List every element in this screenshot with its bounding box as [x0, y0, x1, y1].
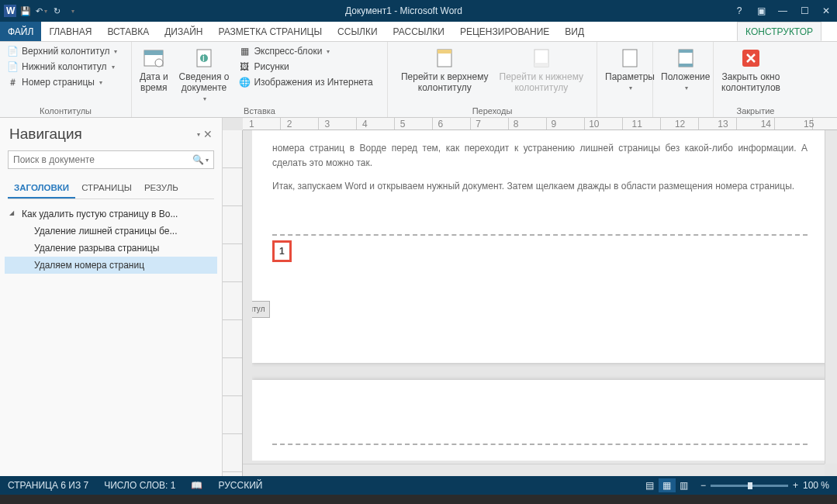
page-number-field[interactable]: 1 — [272, 240, 292, 263]
search-icon[interactable]: 🔍 — [192, 154, 204, 165]
svg-rect-11 — [534, 63, 548, 67]
goto-header-button[interactable]: Перейти к верхнему колонтитулу — [398, 44, 492, 95]
vertical-scrollbar[interactable] — [825, 130, 837, 464]
tab-mailings[interactable]: РАССЫЛКИ — [386, 22, 452, 41]
svg-point-4 — [155, 59, 163, 67]
footer-zone[interactable]: 1 — [272, 234, 808, 287]
position-button[interactable]: Положение▾ — [658, 44, 713, 93]
search-input[interactable] — [13, 154, 192, 165]
document-page[interactable]: номера страниц в Ворде перед тем, как пе… — [252, 130, 828, 363]
maximize-icon[interactable]: ☐ — [794, 2, 815, 19]
ribbon-options-icon[interactable]: ▣ — [750, 2, 772, 19]
group-insert-label: Вставка — [137, 105, 382, 117]
tab-view[interactable]: ВИД — [557, 22, 592, 41]
ribbon: 📄Верхний колонтитул▾ 📄Нижний колонтитул▾… — [0, 42, 837, 118]
tab-references[interactable]: ССЫЛКИ — [330, 22, 385, 41]
pictures-button[interactable]: 🖼Рисунки — [237, 60, 374, 74]
online-pictures-button[interactable]: 🌐Изображения из Интернета — [237, 75, 374, 89]
document-area: 1234567891011121314151617 номера страниц… — [223, 118, 837, 476]
ribbon-tabs: ФАЙЛ ГЛАВНАЯ ВСТАВКА ДИЗАЙН РАЗМЕТКА СТР… — [0, 22, 837, 42]
word-icon: W — [3, 4, 17, 18]
zoom-in-icon[interactable]: + — [793, 480, 798, 491]
svg-rect-15 — [679, 64, 693, 67]
save-icon[interactable]: 💾 — [19, 4, 33, 18]
tab-review[interactable]: РЕЦЕНЗИРОВАНИЕ — [452, 22, 557, 41]
close-window-icon[interactable]: ✕ — [815, 2, 837, 19]
title-bar: W 💾 ↶▾ ↻ ▾ Документ1 - Microsoft Word ? … — [0, 0, 837, 22]
doc-info-button[interactable]: iСведения о документе▾ — [176, 44, 233, 104]
header-zone[interactable] — [272, 391, 808, 445]
document-page[interactable] — [252, 380, 828, 461]
status-words[interactable]: ЧИСЛО СЛОВ: 1 — [96, 480, 183, 491]
nav-dropdown-icon[interactable]: ▾ — [197, 131, 200, 138]
tab-home[interactable]: ГЛАВНАЯ — [41, 22, 99, 41]
zoom-slider[interactable] — [711, 485, 788, 487]
navigation-pane: Навигация ▾ ✕ 🔍▾ ЗАГОЛОВКИ СТРАНИЦЫ РЕЗУ… — [0, 118, 223, 476]
tab-file[interactable]: ФАЙЛ — [0, 22, 41, 41]
horizontal-scrollbar[interactable] — [243, 464, 825, 476]
navtab-results[interactable]: РЕЗУЛЬ — [138, 178, 185, 198]
group-close-label: Закрытие — [718, 105, 793, 117]
zoom-out-icon[interactable]: − — [700, 480, 706, 491]
svg-rect-9 — [438, 50, 451, 54]
params-button[interactable]: Параметры▾ — [602, 44, 658, 93]
nav-title: Навигация — [9, 126, 82, 143]
status-language[interactable]: РУССКИЙ — [210, 480, 270, 491]
group-headers-label: Колонтитулы — [5, 105, 126, 117]
status-page[interactable]: СТРАНИЦА 6 ИЗ 7 — [0, 480, 96, 491]
vertical-ruler[interactable] — [223, 130, 243, 476]
quick-parts-button[interactable]: ▦Экспресс-блоки▾ — [237, 44, 374, 58]
help-icon[interactable]: ? — [728, 2, 750, 19]
tab-insert[interactable]: ВСТАВКА — [99, 22, 157, 41]
minimize-icon[interactable]: — — [772, 2, 794, 19]
tab-design[interactable]: ДИЗАЙН — [157, 22, 210, 41]
tab-layout[interactable]: РАЗМЕТКА СТРАНИЦЫ — [211, 22, 330, 41]
page-number-button[interactable]: #️Номер страницы▾ — [5, 75, 119, 89]
tree-item[interactable]: Удаление разрыва страницы — [5, 240, 217, 257]
qat-more-icon[interactable]: ▾ — [65, 4, 79, 18]
status-bar: СТРАНИЦА 6 ИЗ 7 ЧИСЛО СЛОВ: 1 📖 РУССКИЙ … — [0, 476, 837, 495]
view-print-icon[interactable]: ▦ — [659, 478, 676, 492]
horizontal-ruler[interactable]: 1234567891011121314151617 — [243, 118, 837, 130]
close-header-footer-button[interactable]: Закрыть окно колонтитулов — [718, 44, 783, 95]
footer-tag[interactable]: титул — [252, 301, 270, 318]
body-text: номера страниц в Ворде перед тем, как пе… — [272, 141, 808, 170]
svg-rect-14 — [679, 50, 693, 53]
header-button[interactable]: 📄Верхний колонтитул▾ — [5, 44, 119, 58]
view-read-icon[interactable]: ▤ — [642, 478, 659, 492]
undo-icon[interactable]: ↶▾ — [34, 4, 48, 18]
view-web-icon[interactable]: ▥ — [676, 478, 693, 492]
body-text: Итак, запускаем Word и открываем нужный … — [272, 179, 808, 194]
redo-icon[interactable]: ↻ — [50, 4, 64, 18]
footer-button[interactable]: 📄Нижний колонтитул▾ — [5, 60, 119, 74]
tree-item[interactable]: Удаление лишней страницы бе... — [5, 223, 217, 240]
svg-rect-12 — [623, 50, 637, 67]
svg-text:W: W — [6, 5, 16, 16]
tree-item[interactable]: Удаляем номера страниц — [5, 257, 217, 274]
tab-designer[interactable]: КОНСТРУКТОР — [737, 22, 821, 41]
tree-item[interactable]: Как удалить пустую страницу в Во... — [5, 205, 217, 223]
status-proofing-icon[interactable]: 📖 — [183, 480, 210, 491]
navtab-headings[interactable]: ЗАГОЛОВКИ — [8, 178, 75, 198]
nav-search[interactable]: 🔍▾ — [8, 150, 214, 169]
date-time-button[interactable]: Дата и время — [137, 44, 171, 95]
svg-rect-3 — [144, 50, 163, 55]
nav-close-icon[interactable]: ✕ — [203, 128, 213, 140]
goto-footer-button: Перейти к нижнему колонтитулу — [496, 44, 587, 95]
zoom-value[interactable]: 100 % — [803, 480, 829, 491]
svg-text:i: i — [202, 53, 205, 64]
navtab-pages[interactable]: СТРАНИЦЫ — [75, 178, 138, 198]
group-nav-label: Переходы — [393, 105, 592, 117]
window-title: Документ1 - Microsoft Word — [79, 5, 728, 16]
